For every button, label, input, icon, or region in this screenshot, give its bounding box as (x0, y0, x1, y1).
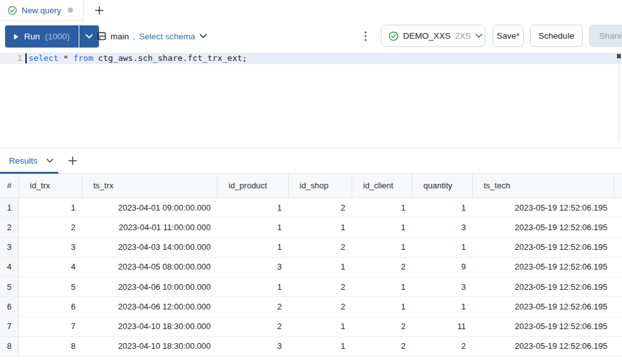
table-cell: 2023-05-19 12:52:06.195 (473, 297, 614, 316)
table-cell: 1 (218, 277, 289, 296)
row-number: 7 (0, 317, 19, 336)
grid-body: 112023-04-01 09:00:00.00012112023-05-19 … (0, 198, 622, 356)
share-button: Share (589, 25, 622, 47)
run-label: Run (24, 32, 40, 41)
table-row: 662023-04-06 12:00:00.00022112023-05-19 … (0, 297, 622, 316)
column-header-id_trx[interactable]: id_trx (19, 174, 83, 197)
results-grid: #id_trxts_trxid_productid_shopid_clientq… (0, 174, 622, 356)
row-number: 1 (0, 198, 19, 217)
code-token: ctg_aws.sch_share.fct_trx_ext; (93, 53, 248, 63)
sql-editor[interactable]: 1 select * from ctg_aws.sch_share.fct_tr… (0, 53, 622, 148)
table-cell: 2023-05-19 12:52:06.195 (473, 317, 614, 336)
table-cell: 1 (289, 337, 352, 356)
warehouse-name: DEMO_XXS (403, 31, 451, 41)
column-header-id_shop[interactable]: id_shop (289, 174, 352, 197)
column-header-ts_trx[interactable]: ts_trx (83, 174, 218, 197)
table-cell: 1 (218, 218, 289, 237)
table-cell: 1 (413, 297, 473, 316)
row-number: 6 (0, 297, 19, 316)
editor-scrollbar[interactable] (619, 54, 619, 141)
active-tab-underline (0, 172, 58, 174)
table-cell: 1 (218, 238, 289, 257)
table-cell: 1 (352, 198, 413, 217)
table-cell: 1 (352, 218, 413, 237)
table-cell: 2023-05-19 12:52:06.195 (473, 257, 614, 276)
line-number: 1 (0, 53, 27, 64)
catalog-name[interactable]: main (110, 32, 129, 41)
chevron-down-icon (475, 34, 482, 38)
editor-toolbar: Run (1000) main . Select schema (0, 21, 622, 51)
table-cell: 1 (19, 198, 83, 217)
column-header-ts_tech[interactable]: ts_tech (473, 174, 614, 197)
row-filler (614, 238, 622, 257)
table-cell: 2023-05-19 12:52:06.195 (473, 238, 614, 257)
row-filler (614, 277, 622, 296)
table-cell: 1 (352, 238, 413, 257)
table-cell: 2 (19, 218, 83, 237)
new-tab-button[interactable] (89, 0, 109, 21)
column-header-quantity[interactable]: quantity (413, 174, 473, 197)
table-cell: 2023-04-10 18:30:00.000 (83, 337, 218, 356)
plus-icon (68, 156, 77, 166)
table-cell: 3 (218, 337, 289, 356)
table-cell: 2023-04-05 08:00:00.000 (83, 257, 218, 276)
catalog-schema-selector: main . Select schema (96, 21, 207, 51)
table-cell: 2 (352, 257, 413, 276)
unsaved-dot-icon (68, 8, 73, 13)
schema-selector[interactable]: Select schema (139, 32, 195, 41)
table-row: 772023-04-10 18:30:00.000212112023-05-19… (0, 317, 622, 337)
column-header-row-number[interactable]: # (0, 174, 19, 197)
grid-header: #id_trxts_trxid_productid_shopid_clientq… (0, 174, 622, 198)
schedule-button[interactable]: Schedule (530, 25, 583, 47)
row-filler (614, 257, 622, 276)
warehouse-selector[interactable]: DEMO_XXS 2XS (381, 25, 486, 47)
code-line: 1 select * from ctg_aws.sch_share.fct_tr… (0, 53, 622, 64)
save-button[interactable]: Save* (493, 25, 524, 47)
table-cell: 1 (352, 277, 413, 296)
chevron-down-icon (199, 34, 207, 39)
table-cell: 2 (352, 337, 413, 356)
warehouse-size: 2XS (455, 31, 471, 41)
row-filler (614, 317, 622, 336)
tab-results[interactable]: Results (9, 148, 53, 173)
table-row: 222023-04-01 11:00:00.00011132023-05-19 … (0, 218, 622, 237)
table-cell: 2023-04-10 18:30:00.000 (83, 317, 218, 336)
table-cell: 1 (289, 257, 352, 276)
row-filler (614, 337, 622, 356)
run-button[interactable]: Run (1000) (5, 25, 79, 48)
table-cell: 1 (289, 218, 352, 237)
table-cell: 5 (19, 277, 83, 296)
run-button-group: Run (1000) (5, 25, 99, 48)
column-header-id_client[interactable]: id_client (352, 174, 413, 197)
row-number: 2 (0, 218, 19, 237)
query-tab-bar: New query (0, 0, 622, 21)
editor-scrollbar-thumb[interactable] (617, 54, 621, 58)
text-cursor (25, 53, 27, 63)
add-results-tab-button[interactable] (63, 148, 81, 173)
code-line-content: select * from ctg_aws.sch_share.fct_trx_… (27, 53, 622, 64)
table-cell: 6 (19, 297, 83, 316)
play-icon (13, 34, 19, 40)
table-cell: 2023-04-03 14:00:00.000 (83, 238, 218, 257)
catalog-icon (96, 31, 107, 41)
tab-new-query[interactable]: New query (0, 0, 84, 21)
more-options-button[interactable] (361, 21, 371, 51)
table-cell: 2 (218, 317, 289, 336)
warehouse-status-icon (388, 31, 399, 41)
table-row: 442023-04-05 08:00:00.00031292023-05-19 … (0, 257, 622, 277)
table-cell: 2023-04-01 11:00:00.000 (83, 218, 218, 237)
table-cell: 2023-05-19 12:52:06.195 (473, 337, 614, 356)
code-token: * (58, 53, 73, 63)
table-cell: 1 (289, 317, 352, 336)
table-row: 332023-04-03 14:00:00.00012112023-05-19 … (0, 238, 622, 257)
sql-editor-app: New query Run (1000) (0, 0, 622, 364)
row-number: 8 (0, 337, 19, 356)
table-cell: 8 (19, 337, 83, 356)
row-filler (614, 198, 622, 217)
table-row: 552023-04-06 10:00:00.00012132023-05-19 … (0, 277, 622, 297)
table-cell: 2 (289, 277, 352, 296)
column-header-id_product[interactable]: id_product (218, 174, 289, 197)
table-cell: 2 (218, 297, 289, 316)
table-cell: 2 (289, 238, 352, 257)
table-cell: 2023-05-19 12:52:06.195 (473, 218, 614, 237)
